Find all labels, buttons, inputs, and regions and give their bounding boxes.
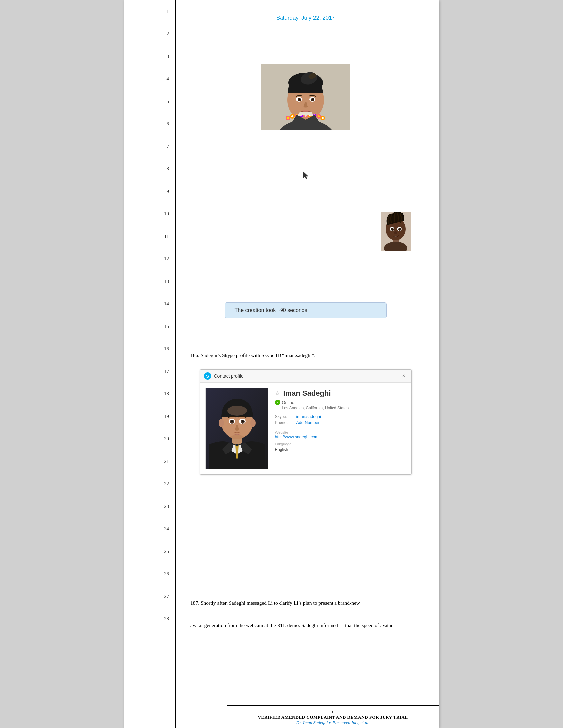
avatar-photo <box>381 212 411 251</box>
line-numbers-column: 1 2 3 4 5 6 7 8 9 10 11 12 13 14 15 16 1… <box>124 0 175 728</box>
skype-field-label: Skype: <box>275 414 293 419</box>
language-label: Language <box>275 442 406 446</box>
skype-close-button[interactable]: × <box>400 372 407 380</box>
svg-point-38 <box>399 228 401 231</box>
main-photo-row <box>190 29 421 164</box>
line-4: 4 <box>124 68 175 90</box>
line-12: 12 <box>124 248 175 270</box>
skype-profile-photo <box>205 388 268 469</box>
paragraph-186: 186. Sadeghi’s Skype profile with Skype … <box>190 351 421 359</box>
line-19: 19 <box>124 405 175 428</box>
main-content: Saturday, July 22, 2017 <box>175 0 439 728</box>
main-photo-container <box>190 64 421 130</box>
line-2: 2 <box>124 23 175 45</box>
para-187b-row: avatar generation from the webcam at the… <box>190 614 421 637</box>
phone-row: Phone: Add Number <box>275 420 406 425</box>
skype-id-row: Skype: iman.sadeghi <box>275 414 406 419</box>
spacer-row-26 <box>190 569 421 592</box>
line-13: 13 <box>124 270 175 293</box>
spacer-row-15 <box>190 322 421 344</box>
line-18: 18 <box>124 383 175 405</box>
online-status-row: Online <box>275 400 406 405</box>
svg-point-37 <box>391 228 394 231</box>
svg-point-29 <box>318 115 320 117</box>
phone-field-label: Phone: <box>275 420 293 425</box>
creation-message-row: The creation took ~90 seconds. <box>190 299 421 322</box>
svg-point-31 <box>322 117 324 119</box>
line-3: 3 <box>124 45 175 68</box>
svg-point-11 <box>299 99 301 100</box>
page-footer: 31 VERIFIED AMENDED COMPLAINT AND DEMAND… <box>227 705 439 728</box>
skype-name-row: ☆ Iman Sadeghi <box>275 389 406 398</box>
line-14: 14 <box>124 293 175 315</box>
line-25: 25 <box>124 540 175 563</box>
skype-modal-row: S Contact profile × <box>190 367 421 569</box>
line-1: 1 <box>124 0 175 23</box>
divider <box>275 428 406 428</box>
language-value: English <box>275 447 289 452</box>
location-text: Los Angeles, California, United States <box>282 406 406 410</box>
creation-message-box: The creation took ~90 seconds. <box>224 302 387 318</box>
website-section: Website http://www.sadeghi.com <box>275 431 406 439</box>
skype-header-left: S Contact profile <box>204 372 244 380</box>
paragraph-187b: avatar generation from the webcam at the… <box>190 621 421 629</box>
line-27: 27 <box>124 585 175 608</box>
person-photo <box>261 64 351 130</box>
line-16: 16 <box>124 338 175 360</box>
language-section: Language English <box>275 442 406 452</box>
website-label: Website <box>275 431 406 434</box>
svg-point-44 <box>227 406 247 416</box>
line-21: 21 <box>124 450 175 473</box>
line-15: 15 <box>124 315 175 338</box>
page: 1 2 3 4 5 6 7 8 9 10 11 12 13 14 15 16 1… <box>124 0 439 728</box>
svg-point-39 <box>394 231 398 234</box>
skype-profile-info: ☆ Iman Sadeghi Online Los Angeles, Calif… <box>275 388 406 469</box>
spacer-row-13 <box>190 277 421 299</box>
svg-point-17 <box>292 115 294 117</box>
svg-point-53 <box>250 419 256 427</box>
favorite-star-icon[interactable]: ☆ <box>275 390 280 397</box>
line-22: 22 <box>124 473 175 495</box>
date-header: Saturday, July 22, 2017 <box>190 15 421 21</box>
avatar-row <box>190 187 421 277</box>
website-link[interactable]: http://www.sadeghi.com <box>275 435 406 439</box>
skype-app-icon: S <box>204 372 211 380</box>
footer-sub-text: Dr. Iman Sadeghi v. Pinscreen Inc., et a… <box>245 720 421 725</box>
line-7: 7 <box>124 135 175 158</box>
line-28: 28 <box>124 608 175 630</box>
date-row: Saturday, July 22, 2017 <box>190 7 421 29</box>
line-8: 8 <box>124 158 175 180</box>
line-9: 9 <box>124 180 175 203</box>
line-6: 6 <box>124 113 175 135</box>
online-indicator <box>275 400 280 405</box>
line-17: 17 <box>124 360 175 383</box>
phone-add-number[interactable]: Add Number <box>297 420 320 425</box>
line-23: 23 <box>124 495 175 518</box>
svg-point-12 <box>312 99 314 100</box>
skype-contact-profile-modal: S Contact profile × <box>200 369 412 475</box>
para-187-row: 187. Shortly after, Sadeghi messaged Li … <box>190 592 421 614</box>
skype-modal-body: ☆ Iman Sadeghi Online Los Angeles, Calif… <box>200 383 411 474</box>
profile-person-photo <box>206 388 268 469</box>
para-186-row: 186. Sadeghi’s Skype profile with Skype … <box>190 344 421 367</box>
line-20: 20 <box>124 428 175 450</box>
paragraph-187: 187. Shortly after, Sadeghi messaged Li … <box>190 599 421 607</box>
svg-point-51 <box>230 435 244 439</box>
skype-contact-name: Iman Sadeghi <box>284 389 331 398</box>
page-number: 31 <box>245 709 421 715</box>
online-status-label: Online <box>282 400 295 405</box>
line-26: 26 <box>124 563 175 585</box>
svg-point-50 <box>242 420 244 422</box>
svg-point-15 <box>287 117 289 119</box>
skype-modal-header: S Contact profile × <box>200 370 411 383</box>
cursor-icon <box>301 170 311 180</box>
line-5: 5 <box>124 90 175 113</box>
line-11: 11 <box>124 225 175 248</box>
arrow-icon <box>190 169 421 182</box>
footer-main-text: VERIFIED AMENDED COMPLAINT AND DEMAND FO… <box>245 715 421 720</box>
line-24: 24 <box>124 518 175 540</box>
skype-id-value: iman.sadeghi <box>297 414 321 419</box>
svg-point-49 <box>231 420 233 422</box>
line-10: 10 <box>124 203 175 225</box>
arrow-row <box>190 164 421 187</box>
